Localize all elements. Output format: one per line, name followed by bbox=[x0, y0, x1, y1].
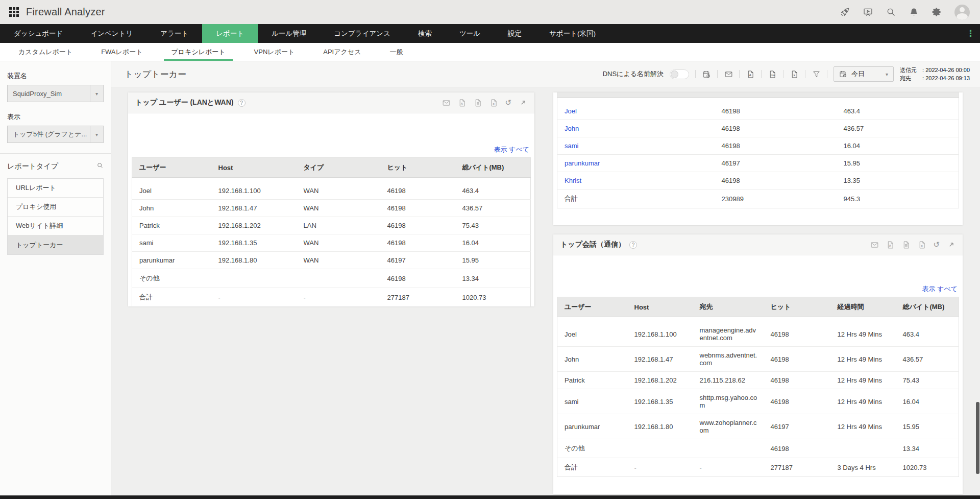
table-header-row: ユーザーHost宛先ヒット経過時間総バイト(MB) bbox=[557, 297, 959, 317]
table-row: Khrist4619813.35 bbox=[557, 172, 959, 189]
nav-overflow-dots-icon[interactable]: ⋮ bbox=[961, 24, 980, 43]
column-header: 宛先 bbox=[693, 297, 764, 317]
user-link[interactable]: Khrist bbox=[557, 172, 715, 189]
table-cell: 192.168.1.47 bbox=[627, 347, 693, 372]
subnav-tab-api-access[interactable]: APIアクセス bbox=[309, 43, 375, 61]
sidebar-item-url-report[interactable]: URLレポート bbox=[8, 179, 103, 198]
report-time-range: 送信元: 2022-04-26 00:00 宛先: 2022-04-26 09:… bbox=[900, 66, 970, 82]
export-xls-icon[interactable]: x bbox=[489, 98, 498, 107]
table-cell: 46198 bbox=[715, 98, 837, 120]
export-csv-icon[interactable] bbox=[901, 240, 911, 249]
help-icon[interactable]: ? bbox=[629, 241, 637, 249]
table-header-row: ユーザーヒット総バイト(MB) bbox=[557, 92, 959, 98]
table-cell: 12 Hrs 49 Mins bbox=[830, 414, 896, 439]
nav-tab-alerts[interactable]: アラート bbox=[146, 24, 202, 43]
user-link[interactable]: parunkumar bbox=[557, 155, 715, 172]
rocket-icon[interactable] bbox=[840, 7, 850, 17]
device-select[interactable]: SquidProxy_Sim ▾ bbox=[7, 85, 104, 102]
device-select-value: SquidProxy_Sim bbox=[13, 90, 90, 98]
table-cell: 192.168.1.35 bbox=[627, 389, 693, 414]
table-cell: 合計 bbox=[557, 189, 715, 208]
range-to-label: 宛先 bbox=[900, 74, 922, 82]
user-link[interactable]: sami bbox=[557, 137, 715, 155]
table-cell: 46198 bbox=[764, 347, 830, 372]
apps-grid-icon[interactable] bbox=[9, 7, 19, 17]
nav-tab-dashboard[interactable]: ダッシュボード bbox=[0, 24, 77, 43]
expand-panel-icon[interactable] bbox=[946, 240, 955, 249]
subnav-tab-vpn-report[interactable]: VPNレポート bbox=[240, 43, 309, 61]
table-cell: - bbox=[297, 288, 380, 307]
email-icon[interactable] bbox=[870, 240, 879, 249]
column-header: 総バイト(MB) bbox=[837, 92, 959, 98]
export-pdf-icon[interactable]: A bbox=[746, 69, 755, 79]
subnav-tab-custom-report[interactable]: カスタムレポート bbox=[4, 43, 87, 61]
table-cell: WAN bbox=[297, 200, 380, 217]
view-select-value: トップ5件 (グラフとテ... bbox=[13, 130, 90, 139]
export-pdf-icon[interactable]: A bbox=[457, 98, 467, 107]
help-icon[interactable]: ? bbox=[238, 99, 246, 107]
app-title: Firewall Analyzer bbox=[26, 6, 105, 18]
table-row: sami4619816.04 bbox=[557, 137, 959, 155]
dns-resolve-toggle[interactable] bbox=[670, 69, 689, 79]
table-cell: 15.95 bbox=[837, 155, 959, 172]
subnav-tab-fwa-report[interactable]: FWAレポート bbox=[87, 43, 157, 61]
show-all-link[interactable]: 表示 すべて bbox=[922, 284, 958, 294]
nav-tab-settings[interactable]: 設定 bbox=[494, 24, 535, 43]
export-pdf-icon[interactable]: A bbox=[886, 240, 895, 249]
time-period-select[interactable]: 今日 ▾ bbox=[834, 66, 894, 82]
presentation-icon[interactable] bbox=[863, 7, 873, 17]
report-type-search-icon[interactable] bbox=[96, 162, 104, 171]
export-xls-icon[interactable]: x bbox=[917, 240, 926, 249]
nav-tab-tools[interactable]: ツール bbox=[446, 24, 494, 43]
nav-tab-inventory[interactable]: インベントリ bbox=[77, 24, 146, 43]
view-select[interactable]: トップ5件 (グラフとテ... ▾ bbox=[7, 126, 104, 143]
table-cell: 13.34 bbox=[896, 439, 959, 458]
top-conversations-table: ユーザーHost宛先ヒット経過時間総バイト(MB)Joel192.168.1.1… bbox=[557, 297, 959, 477]
table-row: parunkumar192.168.1.80www.zohoplanner.co… bbox=[557, 414, 959, 439]
table-cell: Joel bbox=[557, 317, 627, 347]
table-cell: 192.168.1.202 bbox=[627, 372, 693, 389]
table-cell: 12 Hrs 49 Mins bbox=[830, 372, 896, 389]
nav-tab-search[interactable]: 検索 bbox=[404, 24, 446, 43]
table-cell: 436.57 bbox=[896, 347, 959, 372]
sidebar-item-top-talkers[interactable]: トップトーカー bbox=[8, 235, 103, 254]
user-link[interactable]: Joel bbox=[557, 98, 715, 120]
vertical-scrollbar[interactable] bbox=[976, 402, 979, 474]
table-row: parunkumar192.168.1.80WAN4619715.95 bbox=[132, 252, 531, 269]
table-row: sami192.168.1.35shttp.msg.yahoo.com46198… bbox=[557, 389, 959, 414]
email-icon[interactable] bbox=[724, 69, 733, 79]
search-icon[interactable] bbox=[886, 7, 896, 17]
table-cell bbox=[297, 269, 380, 288]
schedule-calendar-icon[interactable] bbox=[702, 69, 711, 79]
table-cell: Patrick bbox=[557, 372, 627, 389]
table-cell: 16.04 bbox=[837, 137, 959, 155]
expand-panel-icon[interactable] bbox=[518, 98, 527, 107]
nav-tab-rule-management[interactable]: ルール管理 bbox=[258, 24, 320, 43]
top-users-panel-header: トップ ユーザー (LANとWAN) ? A x ↺ bbox=[128, 92, 534, 113]
nav-tab-reports[interactable]: レポート bbox=[202, 24, 258, 43]
table-cell: 46198 bbox=[380, 178, 455, 200]
user-link[interactable]: John bbox=[557, 120, 715, 137]
table-row: parunkumar4619715.95 bbox=[557, 155, 959, 172]
export-csv-icon[interactable] bbox=[473, 98, 482, 107]
table-cell: 436.57 bbox=[837, 120, 959, 137]
email-icon[interactable] bbox=[442, 98, 451, 107]
nav-tab-support[interactable]: サポート(米国) bbox=[535, 24, 609, 43]
export-csv-icon[interactable]: CSV bbox=[768, 69, 777, 79]
export-xls-icon[interactable]: x bbox=[790, 69, 799, 79]
subnav-tab-general[interactable]: 一般 bbox=[375, 43, 417, 61]
user-avatar[interactable] bbox=[954, 5, 970, 20]
sidebar-item-website-details[interactable]: Webサイト詳細 bbox=[8, 217, 103, 235]
subnav-tab-proxy-report[interactable]: プロキシレポート bbox=[157, 43, 239, 61]
nav-tab-compliance[interactable]: コンプライアンス bbox=[320, 24, 404, 43]
refresh-icon[interactable]: ↺ bbox=[933, 240, 940, 249]
notifications-bell-icon[interactable] bbox=[909, 7, 919, 17]
filter-funnel-icon[interactable] bbox=[812, 69, 821, 79]
sidebar-item-proxy-usage[interactable]: プロキシ使用 bbox=[8, 198, 103, 217]
settings-gear-icon[interactable] bbox=[932, 7, 942, 17]
column-header: ユーザー bbox=[557, 92, 715, 98]
table-cell: 192.168.1.100 bbox=[211, 178, 297, 200]
refresh-icon[interactable]: ↺ bbox=[505, 98, 511, 107]
show-all-link[interactable]: 表示 すべて bbox=[494, 145, 529, 154]
top-users-summary-panel: ユーザーヒット総バイト(MB)Joel46198463.4John4619843… bbox=[553, 92, 963, 225]
